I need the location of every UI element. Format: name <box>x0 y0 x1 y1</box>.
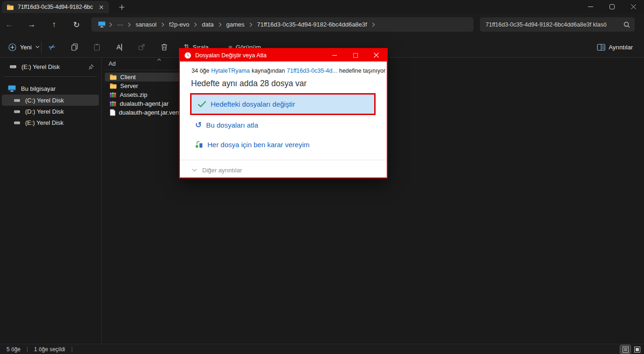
file-explorer-window: 71ff16d3-0c35-4d94-9182-6bc ← → ↑ ↻ <box>0 0 644 354</box>
forward-icon: → <box>28 20 36 29</box>
folder-icon <box>110 74 117 80</box>
refresh-button[interactable]: ↻ <box>70 18 83 31</box>
sidebar-item-label: Bu bilgisayar <box>21 85 55 92</box>
details-view-toggle[interactable] <box>620 345 630 354</box>
cut-button[interactable]: ✂ <box>44 40 61 54</box>
option-label: Hedefteki dosyaları değiştir <box>211 100 295 108</box>
this-pc-icon <box>7 85 16 92</box>
sidebar-item-label: (E:) Yerel Disk <box>21 63 60 70</box>
sidebar-item-drive-e[interactable]: (E:) Yerel Disk <box>2 117 99 128</box>
chevron-down-icon <box>35 46 40 48</box>
window-controls <box>580 0 644 13</box>
back-icon: ← <box>6 20 14 29</box>
forward-button[interactable]: → <box>25 18 38 31</box>
source-folder-link[interactable]: HytaleTRyama <box>211 68 250 74</box>
tab-title: 71ff16d3-0c35-4d94-9182-6bc <box>18 4 93 10</box>
paste-button[interactable] <box>89 40 105 54</box>
breadcrumb-item[interactable]: sanasol <box>132 20 160 29</box>
title-bar: 71ff16d3-0c35-4d94-9182-6bc <box>0 0 644 13</box>
sidebar-item-drive-c[interactable]: (C:) Yerel Disk <box>2 95 99 106</box>
new-button[interactable]: Yeni <box>4 40 44 54</box>
sidebar-item-label: (C:) Yerel Disk <box>25 97 64 104</box>
this-pc-icon <box>98 21 106 28</box>
destination-folder-link[interactable]: 71ff16d3-0c35-4d... <box>287 68 337 74</box>
sidebar-item-this-pc[interactable]: Bu bilgisayar <box>2 83 99 94</box>
option-label: Bu dosyaları atla <box>206 121 258 129</box>
address-bar[interactable]: ··· sanasol f2p-evo data games 71ff16d3-… <box>91 17 473 32</box>
archive-icon <box>110 91 116 98</box>
status-divider <box>72 347 72 352</box>
new-button-label: Yeni <box>20 44 32 51</box>
sidebar-item-drive-d[interactable]: (D:) Yerel Disk <box>2 106 99 117</box>
more-details-label: Diğer ayrıntılar <box>202 167 242 174</box>
drive-icon <box>14 120 21 125</box>
option-decide-each[interactable]: Her dosya için ben karar vereyim <box>195 138 309 150</box>
status-bar: 5 öğe 1 öğe seçildi <box>0 344 644 354</box>
option-label: Her dosya için ben karar vereyim <box>207 141 309 149</box>
check-icon <box>198 101 206 108</box>
breadcrumb-item-current[interactable]: 71ff16d3-0c35-4d94-9182-6bc4dd6a8e3f <box>254 20 370 29</box>
dialog-title-bar: Dosyaları Değiştir veya Atla <box>180 49 387 61</box>
dialog-divider <box>180 160 387 160</box>
new-tab-button[interactable] <box>116 2 128 12</box>
pin-icon <box>88 64 94 70</box>
selected-count: 1 öğe seçildi <box>27 346 72 353</box>
copy-button[interactable] <box>66 40 83 54</box>
column-header-name[interactable]: Ad <box>109 61 116 67</box>
paste-icon <box>93 43 101 51</box>
window-minimize-button[interactable] <box>580 0 601 13</box>
drive-icon <box>14 109 21 114</box>
share-button[interactable] <box>133 40 150 54</box>
chevron-right-icon <box>192 22 199 27</box>
file-name: dualauth-agent.jar.versi <box>119 109 182 116</box>
back-button[interactable]: ← <box>3 18 16 31</box>
more-details-toggle[interactable]: Diğer ayrıntılar <box>192 164 242 176</box>
explorer-tab[interactable]: 71ff16d3-0c35-4d94-9182-6bc <box>2 1 109 13</box>
message-text: kaynağından <box>252 68 285 74</box>
tab-close-icon[interactable] <box>97 3 105 11</box>
details-pane-label: Ayrıntılar <box>609 44 633 51</box>
delete-button[interactable] <box>156 40 172 54</box>
view-toggles <box>620 345 642 354</box>
dialog-window-controls <box>324 49 387 61</box>
search-icon <box>623 21 630 28</box>
breadcrumb-item[interactable]: data <box>199 20 217 29</box>
sidebar-item-label: (D:) Yerel Disk <box>25 108 64 115</box>
file-name: Assets.zip <box>120 91 147 98</box>
breadcrumb-item[interactable]: games <box>223 20 248 29</box>
window-maximize-button[interactable] <box>601 0 623 13</box>
search-input[interactable]: 71ff16d3-0c35-4d94-9182-6bc4dd6a8e3f kla… <box>486 21 623 28</box>
compare-icon <box>195 141 203 149</box>
breadcrumb-ellipsis[interactable]: ··· <box>114 20 126 29</box>
breadcrumb-item[interactable]: f2p-evo <box>166 20 192 29</box>
file-name: Client <box>120 74 136 81</box>
option-skip-files[interactable]: ↺ Bu dosyaları atla <box>195 119 258 131</box>
chevron-right-icon <box>126 22 132 27</box>
dialog-minimize-button[interactable] <box>324 49 345 61</box>
trash-icon <box>161 43 168 51</box>
drive-icon <box>14 98 21 103</box>
sidebar-content-divider <box>101 58 102 344</box>
details-pane-button[interactable]: Ayrıntılar <box>593 40 637 54</box>
up-button[interactable]: ↑ <box>48 18 61 31</box>
details-pane-icon <box>597 44 605 51</box>
dialog-message: 34 öğe HytaleTRyama kaynağından 71ff16d3… <box>192 68 385 74</box>
chevron-right-icon <box>248 22 254 27</box>
toolbar-divider <box>41 41 41 53</box>
sidebar: (E:) Yerel Disk Bu bilgisayar <box>0 58 101 344</box>
search-box[interactable]: 71ff16d3-0c35-4d94-9182-6bc4dd6a8e3f kla… <box>480 17 635 32</box>
option-replace-files[interactable]: Hedefteki dosyaları değiştir <box>190 93 376 115</box>
file-name: dualauth-agent.jar <box>120 100 169 107</box>
sidebar-item-label: (E:) Yerel Disk <box>25 119 63 126</box>
copy-icon <box>71 43 78 51</box>
refresh-icon: ↻ <box>73 20 80 30</box>
rename-button[interactable]: A <box>111 40 128 54</box>
window-close-button[interactable] <box>623 0 644 13</box>
navigation-bar: ← → ↑ ↻ ··· sanasol f2p-evo data games 7… <box>0 13 644 36</box>
replace-or-skip-dialog: Dosyaları Değiştir veya Atla 34 öğe Hyta… <box>179 48 388 178</box>
dialog-maximize-button[interactable] <box>345 49 366 61</box>
dialog-close-button[interactable] <box>366 49 387 61</box>
folder-icon <box>110 83 117 89</box>
sidebar-pinned-drive-e[interactable]: (E:) Yerel Disk <box>2 61 99 72</box>
icons-view-toggle[interactable] <box>632 345 642 354</box>
